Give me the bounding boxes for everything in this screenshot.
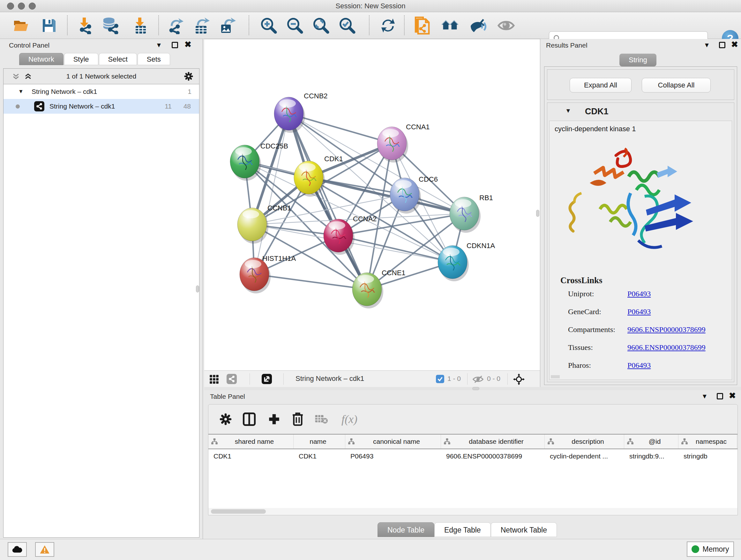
network-node-cdkn1a[interactable] xyxy=(438,246,469,281)
network-node-cdc25b[interactable] xyxy=(230,145,261,181)
section-expander-icon[interactable]: ▼ xyxy=(565,107,571,114)
string-document-icon[interactable] xyxy=(414,17,431,35)
tab-edge-table[interactable]: Edge Table xyxy=(434,522,491,537)
panel-float-icon[interactable] xyxy=(172,42,178,48)
zoom-selected-icon[interactable] xyxy=(338,17,356,35)
tree-expander-icon[interactable]: ▼ xyxy=(18,84,23,99)
export-table-icon[interactable] xyxy=(193,17,211,35)
network-node-hist1h1a[interactable] xyxy=(240,258,271,294)
network-node-ccna1[interactable] xyxy=(377,127,408,163)
table-horizontal-scrollbar[interactable] xyxy=(208,508,738,515)
left-divider-grip[interactable] xyxy=(196,286,199,293)
network-edge[interactable] xyxy=(254,114,289,274)
delete-table-icon[interactable] xyxy=(314,412,329,427)
table-settings-gear-icon[interactable] xyxy=(218,412,233,427)
panel-float-icon[interactable] xyxy=(717,393,723,399)
zoom-in-icon[interactable] xyxy=(260,17,278,35)
panel-menu-icon[interactable]: ▼ xyxy=(704,42,710,49)
add-column-icon[interactable] xyxy=(266,412,282,427)
table-cell[interactable]: 9606.ENSP00000378699 xyxy=(441,449,545,463)
column-header-name[interactable]: name xyxy=(293,435,345,449)
birdseye-toggle-icon[interactable] xyxy=(513,374,525,385)
table-cell[interactable]: CDK1 xyxy=(208,449,293,463)
table-cell[interactable]: cyclin-dependent ... xyxy=(545,449,624,463)
crosslink-link[interactable]: P06493 xyxy=(627,361,651,369)
refresh-icon[interactable] xyxy=(379,17,397,35)
import-network-file-icon[interactable] xyxy=(75,17,93,35)
tab-node-table[interactable]: Node Table xyxy=(378,522,434,537)
save-session-icon[interactable] xyxy=(40,17,58,35)
table-cell[interactable]: CDK1 xyxy=(293,449,345,463)
import-table-file-icon[interactable] xyxy=(131,17,149,35)
network-edge[interactable] xyxy=(254,274,367,289)
column-header-shared-name[interactable]: shared name xyxy=(208,435,293,449)
crosslink-link[interactable]: P06493 xyxy=(627,290,651,298)
table-row[interactable]: CDK1CDK1P064939606.ENSP00000378699cyclin… xyxy=(208,449,738,463)
tab-sets[interactable]: Sets xyxy=(138,53,170,65)
tab-style[interactable]: Style xyxy=(64,53,98,65)
show-all-eye-icon[interactable] xyxy=(497,17,515,35)
show-columns-icon[interactable] xyxy=(242,412,257,427)
network-canvas[interactable]: CCNB2CCNA1CDC25BCDK1CDC6RB1CCNB1CCNA2CDK… xyxy=(204,39,540,371)
results-scrollbar-stub[interactable] xyxy=(551,375,560,378)
delete-column-icon[interactable] xyxy=(290,412,306,427)
network-node-cdk1[interactable] xyxy=(294,161,325,197)
detach-view-icon[interactable] xyxy=(262,374,272,384)
collapse-all-button[interactable]: Collapse All xyxy=(642,78,711,92)
gene-section-header[interactable]: ▼ CDK1 xyxy=(547,103,734,121)
zoom-fit-icon[interactable] xyxy=(312,17,330,35)
network-view[interactable]: CCNB2CCNA1CDC25BCDK1CDC6RB1CCNB1CCNA2CDK… xyxy=(204,39,540,387)
grid-view-icon[interactable] xyxy=(209,374,219,384)
panel-menu-icon[interactable]: ▼ xyxy=(701,393,708,400)
network-node-cdc6[interactable] xyxy=(390,178,421,213)
cloud-status-button[interactable] xyxy=(8,542,27,557)
function-builder-icon[interactable]: f(x) xyxy=(337,412,361,427)
divider-grip[interactable] xyxy=(472,387,479,390)
panel-menu-icon[interactable]: ▼ xyxy=(156,42,162,49)
selected-checkbox[interactable] xyxy=(436,375,444,383)
right-divider-grip[interactable] xyxy=(536,210,539,217)
panel-close-icon[interactable]: ✖ xyxy=(731,40,738,50)
crosslink-link[interactable]: P06493 xyxy=(627,307,651,316)
network-collection-row[interactable]: ▼ String Network – cdk1 1 xyxy=(3,84,199,99)
tab-string[interactable]: String xyxy=(619,54,657,66)
tab-network[interactable]: Network xyxy=(19,53,64,65)
crosslink-link[interactable]: 9606.ENSP00000378699 xyxy=(627,325,705,334)
table-cell[interactable]: stringdb xyxy=(678,449,737,463)
network-edge[interactable] xyxy=(309,178,464,213)
network-node-ccne1[interactable] xyxy=(352,273,383,308)
first-neighbors-icon[interactable] xyxy=(441,17,459,35)
table-cell[interactable]: P06493 xyxy=(345,449,441,463)
import-network-database-icon[interactable] xyxy=(102,17,119,35)
network-node-ccnb2[interactable] xyxy=(274,97,305,133)
network-edge[interactable] xyxy=(338,236,453,262)
scrollbar-thumb[interactable] xyxy=(211,509,266,514)
network-node-rb1[interactable] xyxy=(450,197,481,233)
column-header-namespac[interactable]: namespac xyxy=(678,435,737,449)
hide-selected-icon[interactable] xyxy=(469,17,487,35)
warning-status-button[interactable] xyxy=(35,542,54,557)
tab-select[interactable]: Select xyxy=(99,53,137,65)
column-header-database-identifier[interactable]: database identifier xyxy=(441,435,545,449)
node-table[interactable]: shared namenamecanonical namedatabase id… xyxy=(208,434,738,508)
zoom-out-icon[interactable] xyxy=(286,17,304,35)
horizontal-divider[interactable] xyxy=(204,387,741,390)
network-row[interactable]: String Network – cdk1 11 48 xyxy=(3,99,199,114)
crosslink-link[interactable]: 9606.ENSP00000378699 xyxy=(627,343,705,352)
export-image-icon[interactable] xyxy=(219,17,237,35)
toolbar-separator xyxy=(467,373,468,385)
expand-all-button[interactable]: Expand All xyxy=(569,78,631,92)
tab-network-table[interactable]: Network Table xyxy=(491,522,557,537)
panel-close-icon[interactable]: ✖ xyxy=(729,391,736,401)
panel-float-icon[interactable] xyxy=(719,42,725,48)
column-header--id[interactable]: @id xyxy=(624,435,678,449)
open-session-icon[interactable] xyxy=(13,17,30,35)
gear-icon[interactable] xyxy=(184,71,193,81)
memory-button[interactable]: Memory xyxy=(687,542,734,557)
column-header-description[interactable]: description xyxy=(545,435,624,449)
panel-close-icon[interactable]: ✖ xyxy=(185,40,192,50)
network-view-type-icon[interactable] xyxy=(226,374,237,384)
export-network-icon[interactable] xyxy=(166,17,185,35)
table-cell[interactable]: stringdb:9... xyxy=(624,449,678,463)
column-header-canonical-name[interactable]: canonical name xyxy=(345,435,441,449)
